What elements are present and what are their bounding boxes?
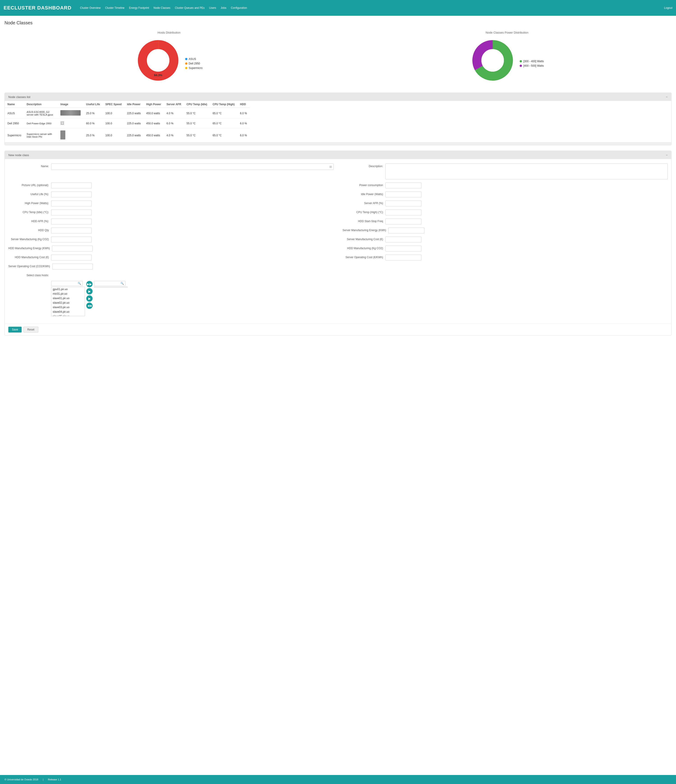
hdd-qty-input[interactable]: 0 — [51, 227, 92, 233]
list-item[interactable]: slave03.pir.uo — [51, 305, 85, 310]
form-group-description: Description: — [343, 163, 668, 179]
power-consumption-label: Power consumption — [343, 182, 383, 187]
form-row-6: HDD AFR (%): 0.0 HDD Start-Stop Freq 0.0 — [8, 219, 668, 224]
table-row: Supermicro Supermicro server with Intel … — [5, 128, 250, 143]
list-item[interactable]: slave04.pir.uo — [51, 310, 85, 314]
col-name: Name — [5, 101, 24, 108]
cpu-temp-high-input[interactable]: 0.0 — [385, 210, 421, 215]
useful-life-input[interactable]: 0.0 — [51, 191, 92, 198]
cell-cpu-temp-idle: 55.0 °C — [184, 108, 210, 119]
hdd-mfg-co2-input[interactable]: 0.0 — [385, 246, 421, 251]
list-item[interactable]: slave01.pir.uo — [51, 296, 85, 300]
reset-button[interactable]: Reset — [23, 327, 38, 333]
nav-item-cluster-timeline[interactable]: Cluster Timeline — [103, 5, 126, 10]
server-op-cost2-label: Server Operating Cost (€/KWh) — [343, 255, 383, 259]
form-row-4: High Power (Watts): 0.0 Server AFR (%) 0… — [8, 201, 668, 206]
form-group-server-op-cost: Server Operating Cost (CO2/KWh) 0.0 — [8, 264, 334, 269]
page-title: Node Classes — [5, 20, 671, 25]
nav-item-energy-footprint[interactable]: Energy Footprint — [127, 5, 151, 10]
nav-item-node-classes[interactable]: Node Classes — [152, 5, 172, 10]
logout-button[interactable]: Logout — [664, 6, 672, 9]
transfer-left-button[interactable]: ▶ — [86, 296, 93, 302]
server-mfg-co2-label: Server Manufacturing (Kg CO2) — [8, 236, 49, 241]
cell-image: 🖼 — [57, 119, 83, 128]
list-item[interactable]: slave02.pir.uo — [51, 300, 85, 305]
legend-supermicro-dot — [185, 67, 187, 69]
cell-name: ASUS — [5, 108, 24, 119]
power-legend: [300 - 400] Watts [400 - 500] Watts — [520, 60, 544, 69]
server-op-cost2-input[interactable]: 0.0 — [385, 255, 421, 260]
host-list-available[interactable]: gpu01.pir.uomic01.pir.uoslave01.pir.uosl… — [51, 287, 85, 316]
transfer-right-button[interactable]: ▶ — [86, 288, 93, 294]
list-item[interactable]: gpu01.pir.uo — [51, 287, 85, 291]
node-classes-collapse-button[interactable]: − — [666, 95, 668, 99]
form-group-power-consumption: Power consumption 0.0 — [343, 182, 668, 188]
power-donut-chart: 33.3% 66.7% — [470, 38, 515, 84]
hdd-afr-input[interactable]: 0.0 — [51, 219, 92, 224]
server-mfg-co2-input[interactable]: 0.0 — [51, 236, 92, 243]
high-power-input[interactable]: 0.0 — [51, 201, 92, 206]
server-afr-label: Server AFR (%) — [343, 201, 383, 205]
cell-cpu-temp-idle: 55.0 °C — [184, 128, 210, 143]
cell-spec-speed: 100.0 — [103, 119, 124, 128]
cell-name: Dell 2950 — [5, 119, 24, 128]
hdd-start-stop-input[interactable]: 0.0 — [385, 219, 421, 224]
transfer-all-left-button[interactable]: ◀◀ — [86, 303, 93, 309]
name-input[interactable] — [51, 164, 328, 170]
nav-item-cluster-queues[interactable]: Cluster Queues and PEs — [173, 5, 206, 10]
power-consumption-input[interactable]: 0.0 — [385, 182, 421, 188]
server-mfg-energy-label: Server Manufacturing Energy (KWh) — [343, 227, 386, 232]
server-afr-input[interactable]: 0.0 — [385, 201, 421, 206]
hdd-mfg-cost-input[interactable]: 0.0 — [51, 255, 92, 260]
legend-supermicro: Supermicro — [185, 67, 202, 70]
legend-400-500-dot — [520, 65, 522, 67]
host-search-left-input[interactable] — [53, 282, 78, 285]
cell-image — [57, 108, 83, 119]
cpu-temp-high-label: CPU Temp (High) (°C) — [343, 210, 383, 214]
nav-item-users[interactable]: Users — [207, 5, 218, 10]
form-group-empty — [343, 264, 668, 269]
cell-spec-speed: 100.0 — [103, 108, 124, 119]
nav-item-configuration[interactable]: Configuration — [229, 5, 249, 10]
node-classes-panel-header: Node classes list − — [5, 93, 671, 101]
col-cpu-temp-idle: CPU Temp (Idle) — [184, 101, 210, 108]
picture-url-input[interactable] — [51, 182, 92, 188]
host-list-selected[interactable] — [94, 287, 128, 287]
server-mfg-cost-input[interactable]: 0.0 — [385, 236, 421, 243]
host-search-right[interactable]: 🔍 — [94, 281, 126, 286]
hdd-start-stop-label: HDD Start-Stop Freq — [343, 219, 383, 223]
power-chart-title: Node Classes Power Distribution — [343, 31, 672, 34]
server-op-cost-input[interactable]: 0.0 — [52, 264, 93, 269]
form-group-server-afr: Server AFR (%) 0.0 — [343, 201, 668, 206]
form-group-hdd-mfg-cost: HDD Manufacturing Cost (€) 0.0 — [8, 255, 334, 260]
hdd-mfg-energy-input[interactable]: 0.0 — [52, 246, 93, 251]
transfer-all-right-button[interactable]: ▶▶ — [86, 281, 93, 287]
col-hdd: HDD — [238, 101, 250, 108]
node-classes-panel: Node classes list − Name Description Ima… — [5, 93, 671, 145]
list-item[interactable]: mic01.pir.uo — [51, 291, 85, 296]
app-title: EECLUSTER DASHBOARD — [4, 5, 71, 11]
svg-text:94.3%: 94.3% — [154, 73, 162, 77]
nav-item-jobs[interactable]: Jobs — [219, 5, 228, 10]
host-search-left[interactable]: 🔍 — [51, 281, 83, 286]
save-button[interactable]: Save — [8, 327, 22, 333]
hdd-qty-label: HDD Qty — [8, 227, 49, 232]
cpu-temp-idle-input[interactable]: 0.0 — [51, 210, 92, 215]
form-buttons: Save Reset — [5, 324, 671, 335]
new-node-collapse-button[interactable]: − — [666, 153, 668, 157]
server-mfg-energy-input[interactable]: 0.0 — [389, 227, 424, 233]
host-search-right-input[interactable] — [95, 282, 121, 285]
new-node-panel-header: New node class − — [5, 151, 671, 159]
footer-copyright: © Universidad de Oviedo 2018 — [5, 778, 38, 781]
form-group-server-op-cost2: Server Operating Cost (€/KWh) 0.0 — [343, 255, 668, 260]
idle-power-input[interactable]: 0.0 — [385, 191, 421, 198]
node-classes-panel-title: Node classes list — [8, 95, 30, 99]
table-scrollbar[interactable] — [5, 142, 671, 145]
charts-section: Hosts Distribution 94.3% — [5, 31, 671, 84]
list-item[interactable]: slave05.pir.uo — [51, 314, 85, 316]
svg-text:33.3%: 33.3% — [482, 56, 490, 59]
nav-item-cluster-overview[interactable]: Cluster Overview — [78, 5, 102, 10]
form-group-high-power: High Power (Watts): 0.0 — [8, 201, 334, 206]
description-input[interactable] — [385, 163, 668, 179]
cell-server-afr: 6.0 % — [164, 119, 184, 128]
